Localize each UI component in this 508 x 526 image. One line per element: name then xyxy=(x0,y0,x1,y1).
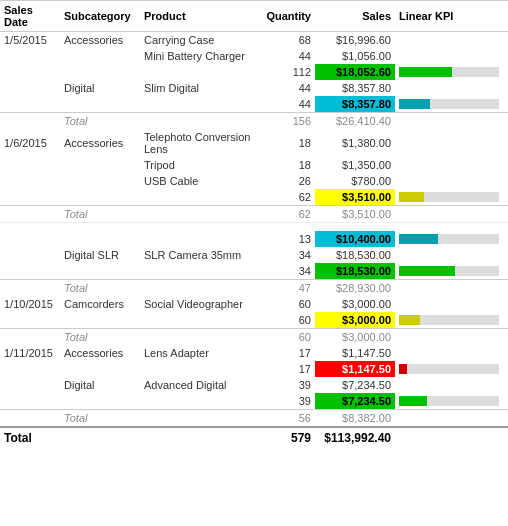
footer-empty1 xyxy=(60,427,140,448)
cell-subcategory xyxy=(60,173,140,189)
cell-sales: $3,510.00 xyxy=(315,189,395,206)
cell-subcategory: Accessories xyxy=(60,32,140,49)
cell-quantity: 39 xyxy=(260,393,315,410)
cell-quantity: 62 xyxy=(260,189,315,206)
cell-quantity: 39 xyxy=(260,377,315,393)
cell-sales: $18,052.60 xyxy=(315,64,395,80)
cell-subcategory xyxy=(60,393,140,410)
cell-subcategory: Digital SLR xyxy=(60,247,140,263)
cell-quantity: 17 xyxy=(260,345,315,361)
cell-sales: $7,234.50 xyxy=(315,393,395,410)
cell-sales-date xyxy=(0,312,60,329)
table-row: 39 $7,234.50 xyxy=(0,393,508,410)
cell-subcategory xyxy=(60,231,140,247)
cell-kpi xyxy=(395,189,508,206)
header-product: Product xyxy=(140,1,260,32)
cell-kpi xyxy=(395,296,508,312)
cell-quantity: 34 xyxy=(260,263,315,280)
cell-kpi xyxy=(395,393,508,410)
cell-product: Carrying Case xyxy=(140,32,260,49)
cell-product: Tripod xyxy=(140,157,260,173)
cell-product: Advanced Digital xyxy=(140,377,260,393)
cell-subcategory: Camcorders xyxy=(60,296,140,312)
table-row xyxy=(0,223,508,232)
table-row: 62 $3,510.00 xyxy=(0,189,508,206)
cell-product: Telephoto Conversion Lens xyxy=(140,129,260,157)
table-row: 1/11/2015 Accessories Lens Adapter 17 $1… xyxy=(0,345,508,361)
cell-kpi xyxy=(395,96,508,113)
table-row: Total62$3,510.00 xyxy=(0,206,508,223)
cell-product xyxy=(140,361,260,377)
cell-sales: $7,234.50 xyxy=(315,377,395,393)
cell-subcategory xyxy=(60,96,140,113)
table-row: Digital Advanced Digital 39 $7,234.50 xyxy=(0,377,508,393)
cell-quantity: 60 xyxy=(260,312,315,329)
table-row: Digital SLR SLR Camera 35mm 34 $18,530.0… xyxy=(0,247,508,263)
cell-sales-date xyxy=(0,361,60,377)
header-quantity: Quantity xyxy=(260,1,315,32)
cell-kpi xyxy=(395,231,508,247)
cell-sales-date xyxy=(0,80,60,96)
table-row: Mini Battery Charger 44 $1,056.00 xyxy=(0,48,508,64)
cell-quantity: 17 xyxy=(260,361,315,377)
cell-kpi xyxy=(395,64,508,80)
cell-product xyxy=(140,96,260,113)
cell-subcategory: Accessories xyxy=(60,345,140,361)
table-row: 34 $18,530.00 xyxy=(0,263,508,280)
cell-subcategory: Accessories xyxy=(60,129,140,157)
cell-sales: $8,357.80 xyxy=(315,80,395,96)
cell-quantity: 60 xyxy=(260,296,315,312)
cell-product: Mini Battery Charger xyxy=(140,48,260,64)
table-row: 112 $18,052.60 xyxy=(0,64,508,80)
cell-quantity: 68 xyxy=(260,32,315,49)
cell-sales: $1,056.00 xyxy=(315,48,395,64)
cell-product xyxy=(140,263,260,280)
cell-kpi xyxy=(395,80,508,96)
cell-kpi xyxy=(395,157,508,173)
cell-quantity: 44 xyxy=(260,80,315,96)
cell-sales: $1,350.00 xyxy=(315,157,395,173)
cell-sales-date xyxy=(0,263,60,280)
table-row: 17 $1,147.50 xyxy=(0,361,508,377)
cell-sales-date xyxy=(0,393,60,410)
table-row: Total47$28,930.00 xyxy=(0,280,508,297)
cell-subcategory xyxy=(60,189,140,206)
cell-quantity: 13 xyxy=(260,231,315,247)
cell-product: Slim Digital xyxy=(140,80,260,96)
header-linear-kpi: Linear KPI xyxy=(395,1,508,32)
table-row: USB Cable 26 $780.00 xyxy=(0,173,508,189)
header-sales-date: Sales Date xyxy=(0,1,60,32)
cell-sales: $18,530.00 xyxy=(315,247,395,263)
footer-label: Total xyxy=(0,427,60,448)
table-header-row: Sales Date Subcategory Product Quantity … xyxy=(0,1,508,32)
cell-sales: $1,147.50 xyxy=(315,361,395,377)
cell-product xyxy=(140,393,260,410)
cell-sales-date xyxy=(0,377,60,393)
cell-kpi xyxy=(395,32,508,49)
cell-subcategory: Digital xyxy=(60,377,140,393)
cell-product: Lens Adapter xyxy=(140,345,260,361)
table-row: 1/6/2015 Accessories Telephoto Conversio… xyxy=(0,129,508,157)
cell-sales-date: 1/10/2015 xyxy=(0,296,60,312)
footer-kpi xyxy=(395,427,508,448)
footer-quantity: 579 xyxy=(260,427,315,448)
cell-kpi xyxy=(395,361,508,377)
table-row: 60 $3,000.00 xyxy=(0,312,508,329)
cell-sales: $10,400.00 xyxy=(315,231,395,247)
cell-sales: $16,996.60 xyxy=(315,32,395,49)
header-subcategory: Subcategory xyxy=(60,1,140,32)
cell-sales-date xyxy=(0,231,60,247)
table-row: Total60$3,000.00 xyxy=(0,329,508,346)
cell-product xyxy=(140,231,260,247)
cell-product xyxy=(140,312,260,329)
table-row: 1/5/2015 Accessories Carrying Case 68 $1… xyxy=(0,32,508,49)
cell-kpi xyxy=(395,312,508,329)
table-row: Digital Slim Digital 44 $8,357.80 xyxy=(0,80,508,96)
cell-sales-date xyxy=(0,64,60,80)
cell-subcategory xyxy=(60,361,140,377)
cell-sales-date xyxy=(0,48,60,64)
table-row: 1/10/2015 Camcorders Social Videographer… xyxy=(0,296,508,312)
cell-kpi xyxy=(395,48,508,64)
cell-sales-date: 1/5/2015 xyxy=(0,32,60,49)
cell-sales: $8,357.80 xyxy=(315,96,395,113)
